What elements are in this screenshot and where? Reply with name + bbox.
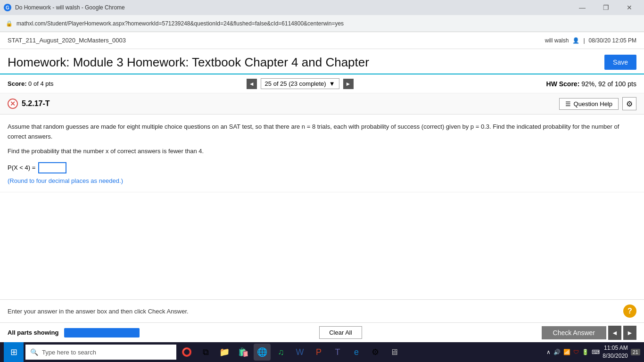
score-display: Score: 0 of 4 pts (8, 80, 54, 87)
username: will walsh (545, 37, 569, 44)
chrome-icon: G (4, 4, 11, 11)
save-button[interactable]: Save (604, 55, 636, 70)
all-parts-left: All parts showing (8, 328, 140, 337)
next-question-button[interactable]: ► (343, 79, 354, 89)
search-bar[interactable]: 🔍 Type here to search (25, 345, 176, 360)
question-id-row: ✕ 5.2.17-T (8, 99, 50, 109)
powerpoint-icon[interactable]: P (310, 344, 327, 361)
gear-icon: ⚙ (626, 99, 633, 108)
taskbar-extra-icon[interactable]: 🖥 (386, 344, 403, 361)
prev-question-button[interactable]: ◄ (247, 79, 257, 89)
question-id: 5.2.17-T (22, 99, 50, 108)
score-label: Score: (8, 80, 26, 87)
course-title: STAT_211_August_2020_McMasters_0003 (8, 37, 126, 44)
taskbar: ⊞ 🔍 Type here to search ⭕ ⧉ 📁 🛍️ 🌐 ♫ W P… (0, 342, 644, 362)
keyboard-icon[interactable]: ⌨ (592, 349, 600, 355)
network-icon[interactable]: 📶 (563, 349, 570, 355)
instruction-text: Enter your answer in the answer box and … (8, 308, 189, 315)
action-bar: All parts showing Clear All Check Answer… (0, 322, 644, 342)
maximize-button[interactable]: ❐ (595, 0, 617, 15)
clock-date: 8/30/2020 (603, 352, 627, 360)
list-icon: ☰ (565, 100, 571, 107)
score-bar: Score: 0 of 4 pts ◄ 25 of 25 (23 complet… (0, 74, 644, 93)
help-circle-button[interactable]: ? (623, 304, 636, 318)
question-help-label: Question Help (574, 100, 612, 107)
minimize-button[interactable]: — (571, 0, 593, 15)
address-bar: 🔒 mathxl.com/Student/PlayerHomework.aspx… (0, 15, 644, 32)
spotify-icon[interactable]: ♫ (272, 344, 289, 361)
next-nav-arrow[interactable]: ► (623, 326, 636, 340)
volume-icon[interactable]: 🔊 (553, 349, 561, 355)
all-parts-label: All parts showing (8, 329, 58, 336)
date-display: 08/30/20 12:05 PM (589, 37, 636, 44)
question-content: Assume that random guesses are made for … (0, 115, 644, 192)
dropdown-icon: ▼ (329, 80, 335, 87)
instruction-bar: Enter your answer in the answer box and … (0, 299, 644, 322)
store-icon[interactable]: 🛍️ (235, 344, 252, 361)
lock-icon: 🔒 (6, 20, 13, 27)
answer-input[interactable] (38, 162, 66, 173)
user-info: will walsh 👤 | 08/30/20 12:05 PM (545, 37, 636, 44)
task-view-icon[interactable]: ⧉ (197, 344, 214, 361)
answer-row: P(X < 4) = (8, 162, 636, 173)
chevron-up-icon[interactable]: ∧ (546, 349, 551, 355)
settings-taskbar-icon[interactable]: ⚙ (367, 344, 384, 361)
action-right: Check Answer ◄ ► (542, 326, 636, 340)
answer-label: P(X < 4) = (8, 164, 35, 171)
title-bar-left: G Do Homework - will walsh - Google Chro… (4, 4, 125, 11)
question-body: Assume that random guesses are made for … (8, 122, 636, 142)
word-icon[interactable]: W (291, 344, 308, 361)
start-button[interactable]: ⊞ (4, 342, 24, 362)
battery-icon[interactable]: 🔋 (582, 349, 589, 355)
user-icon: 👤 (572, 37, 579, 44)
antivirus-icon[interactable]: 🛡 (573, 349, 579, 355)
window-controls: — ❐ ✕ (571, 0, 640, 15)
check-answer-button[interactable]: Check Answer (542, 326, 606, 339)
window-title: Do Homework - will walsh - Google Chrome (15, 4, 125, 11)
find-text: Find the probability that the number x o… (8, 148, 636, 155)
clear-all-button[interactable]: Clear All (319, 326, 362, 339)
clock[interactable]: 11:05 AM 8/30/2020 (603, 344, 627, 360)
separator: | (583, 37, 585, 44)
question-dropdown[interactable]: 25 of 25 (23 complete) ▼ (261, 78, 339, 89)
parts-progress-bar (64, 328, 140, 337)
url-display[interactable]: mathxl.com/Student/PlayerHomework.aspx?h… (17, 20, 638, 27)
round-note: (Round to four decimal places as needed.… (8, 177, 636, 184)
search-placeholder: Type here to search (42, 349, 96, 356)
teams-icon[interactable]: T (329, 344, 346, 361)
hw-score-value: 92%, 92 of 100 pts (581, 80, 636, 88)
score-value: 0 of 4 pts (28, 80, 53, 87)
wrong-icon: ✕ (8, 99, 18, 109)
notification-badge[interactable]: 21 (631, 349, 640, 355)
hw-score: HW Score: 92%, 92 of 100 pts (546, 80, 636, 88)
question-tools: ☰ Question Help ⚙ (559, 97, 636, 110)
question-nav-label: 25 of 25 (23 complete) (265, 80, 326, 87)
ie-icon[interactable]: e (348, 344, 365, 361)
taskbar-right: ∧ 🔊 📶 🛡 🔋 ⌨ 11:05 AM 8/30/2020 21 (546, 344, 640, 360)
chrome-taskbar-icon[interactable]: 🌐 (254, 344, 271, 361)
homework-title-bar: Homework: Module 3 Homework: Textbook Ch… (0, 49, 644, 74)
homework-title: Homework: Module 3 Homework: Textbook Ch… (8, 55, 369, 70)
title-bar: G Do Homework - will walsh - Google Chro… (0, 0, 644, 15)
page-header: STAT_211_August_2020_McMasters_0003 will… (0, 32, 644, 49)
question-help-button[interactable]: ☰ Question Help (559, 98, 619, 110)
question-header: ✕ 5.2.17-T ☰ Question Help ⚙ (0, 93, 644, 115)
close-button[interactable]: ✕ (619, 0, 640, 15)
settings-button[interactable]: ⚙ (622, 97, 636, 110)
file-explorer-icon[interactable]: 📁 (216, 344, 233, 361)
clock-time: 11:05 AM (603, 344, 627, 352)
system-tray: ∧ 🔊 📶 🛡 🔋 ⌨ (546, 349, 600, 355)
prev-nav-arrow[interactable]: ◄ (608, 326, 621, 340)
cortana-icon[interactable]: ⭕ (178, 344, 195, 361)
search-icon: 🔍 (30, 348, 38, 356)
hw-score-label: HW Score: (546, 80, 580, 88)
question-navigator: ◄ 25 of 25 (23 complete) ▼ ► (247, 78, 354, 89)
